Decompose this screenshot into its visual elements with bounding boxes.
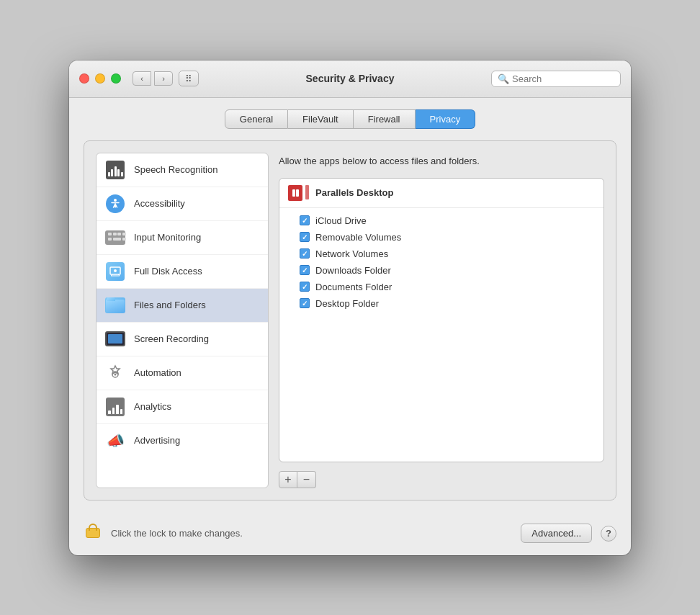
screen-recording-icon bbox=[105, 329, 125, 349]
sidebar-label-analytics: Analytics bbox=[134, 401, 171, 412]
minimize-button[interactable] bbox=[95, 73, 105, 84]
permission-removable-volumes: Removable Volumes bbox=[300, 229, 595, 246]
search-box[interactable]: 🔍 bbox=[491, 71, 621, 87]
permission-list: iCloud Drive Removable Volumes Network V… bbox=[279, 208, 603, 316]
sidebar-item-screen-recording[interactable]: Screen Recording bbox=[97, 323, 268, 356]
sidebar-label-accessibility: Accessibility bbox=[134, 198, 185, 209]
speech-recognition-icon bbox=[105, 160, 125, 180]
close-button[interactable] bbox=[79, 73, 89, 84]
checkbox-downloads-folder[interactable] bbox=[300, 265, 310, 275]
forward-button[interactable]: › bbox=[154, 71, 173, 86]
advertising-icon: 📣 bbox=[105, 431, 125, 451]
search-input[interactable] bbox=[512, 73, 614, 84]
app-header: Parallels Desktop bbox=[279, 179, 603, 208]
accessibility-icon bbox=[105, 194, 125, 214]
main-panel: Speech Recognition Accessibility bbox=[84, 140, 616, 500]
label-network-volumes: Network Volumes bbox=[315, 248, 388, 259]
tab-filevault[interactable]: FileVault bbox=[288, 109, 354, 129]
maximize-button[interactable] bbox=[111, 73, 121, 84]
label-documents-folder: Documents Folder bbox=[315, 282, 392, 292]
content-area: General FileVault Firewall Privacy bbox=[69, 98, 631, 515]
svg-point-4 bbox=[115, 373, 117, 375]
sidebar-label-input-monitoring: Input Monitoring bbox=[134, 232, 201, 243]
main-window: ‹ › ⠿ Security & Privacy 🔍 General FileV… bbox=[69, 60, 631, 555]
files-and-folders-icon bbox=[105, 295, 125, 315]
tab-general[interactable]: General bbox=[225, 109, 288, 129]
sidebar-item-analytics[interactable]: Analytics bbox=[97, 390, 268, 424]
sidebar: Speech Recognition Accessibility bbox=[96, 153, 269, 488]
svg-point-0 bbox=[114, 199, 117, 202]
checkbox-network-volumes[interactable] bbox=[300, 248, 310, 259]
nav-buttons: ‹ › bbox=[133, 71, 173, 86]
svg-rect-5 bbox=[292, 189, 295, 197]
analytics-icon bbox=[105, 397, 125, 417]
help-button[interactable]: ? bbox=[601, 526, 616, 542]
footer: Click the lock to make changes. Advanced… bbox=[69, 515, 631, 555]
label-icloud-drive: iCloud Drive bbox=[315, 215, 367, 226]
sidebar-item-automation[interactable]: Automation bbox=[97, 356, 268, 390]
sidebar-item-full-disk-access[interactable]: Full Disk Access bbox=[97, 255, 268, 289]
checkbox-icloud-drive[interactable] bbox=[300, 215, 310, 225]
window-title: Security & Privacy bbox=[306, 73, 395, 84]
svg-point-2 bbox=[114, 269, 117, 272]
tab-privacy[interactable]: Privacy bbox=[416, 109, 476, 129]
sidebar-label-automation: Automation bbox=[134, 367, 181, 378]
permission-downloads-folder: Downloads Folder bbox=[300, 262, 595, 279]
tab-bar: General FileVault Firewall Privacy bbox=[84, 109, 616, 129]
sidebar-label-advertising: Advertising bbox=[134, 435, 180, 446]
grid-button[interactable]: ⠿ bbox=[179, 71, 199, 86]
full-disk-access-icon bbox=[105, 261, 125, 282]
label-removable-volumes: Removable Volumes bbox=[315, 232, 401, 243]
checkbox-removable-volumes[interactable] bbox=[300, 232, 310, 242]
sidebar-item-accessibility[interactable]: Accessibility bbox=[97, 187, 268, 221]
permission-network-volumes: Network Volumes bbox=[300, 246, 595, 262]
automation-icon bbox=[105, 363, 125, 383]
back-button[interactable]: ‹ bbox=[133, 71, 151, 86]
add-app-button[interactable]: + bbox=[279, 471, 297, 488]
app-name: Parallels Desktop bbox=[315, 187, 393, 198]
sidebar-label-screen-recording: Screen Recording bbox=[134, 333, 209, 344]
label-desktop-folder: Desktop Folder bbox=[315, 298, 379, 309]
input-monitoring-icon bbox=[105, 228, 125, 248]
permission-icloud-drive: iCloud Drive bbox=[300, 212, 595, 229]
right-panel: Allow the apps below to access files and… bbox=[279, 153, 604, 488]
sidebar-item-advertising[interactable]: 📣 Advertising bbox=[97, 424, 268, 457]
lock-icon[interactable] bbox=[84, 524, 102, 544]
checkbox-desktop-folder[interactable] bbox=[300, 298, 310, 308]
sidebar-label-files-and-folders: Files and Folders bbox=[134, 300, 206, 310]
sidebar-item-files-and-folders[interactable]: Files and Folders bbox=[97, 289, 268, 323]
remove-app-button[interactable]: − bbox=[297, 471, 316, 488]
svg-rect-6 bbox=[296, 189, 299, 197]
traffic-lights bbox=[79, 73, 121, 84]
label-downloads-folder: Downloads Folder bbox=[315, 265, 391, 276]
titlebar: ‹ › ⠿ Security & Privacy 🔍 bbox=[69, 60, 631, 98]
bottom-buttons: + − bbox=[279, 471, 604, 488]
info-text: Allow the apps below to access files and… bbox=[279, 153, 604, 169]
lock-label: Click the lock to make changes. bbox=[111, 528, 512, 539]
checkbox-documents-folder[interactable] bbox=[300, 282, 310, 292]
tab-firewall[interactable]: Firewall bbox=[354, 109, 416, 129]
advanced-button[interactable]: Advanced... bbox=[521, 524, 592, 543]
sidebar-label-speech-recognition: Speech Recognition bbox=[134, 164, 217, 175]
search-icon: 🔍 bbox=[498, 73, 509, 84]
permission-desktop-folder: Desktop Folder bbox=[300, 295, 595, 312]
permission-documents-folder: Documents Folder bbox=[300, 279, 595, 295]
sidebar-item-input-monitoring[interactable]: Input Monitoring bbox=[97, 221, 268, 255]
app-list: Parallels Desktop iCloud Drive Removable… bbox=[279, 178, 604, 462]
sidebar-item-speech-recognition[interactable]: Speech Recognition bbox=[97, 153, 268, 187]
sidebar-label-full-disk-access: Full Disk Access bbox=[134, 266, 202, 277]
